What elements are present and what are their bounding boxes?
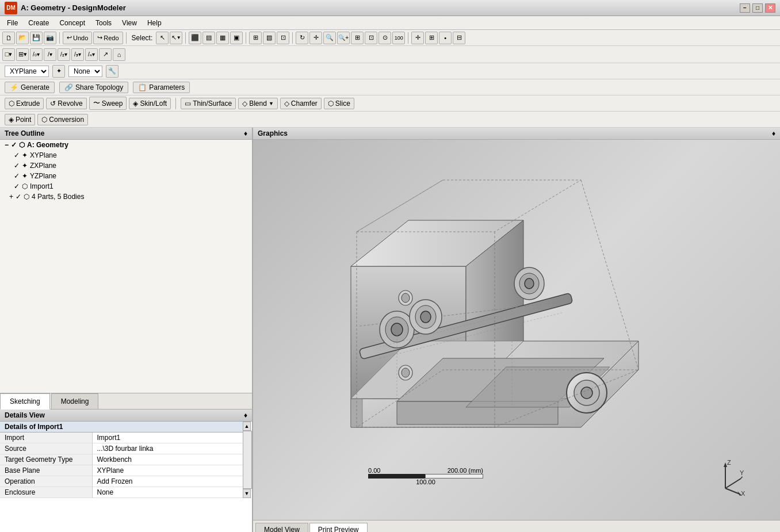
minimize-button[interactable]: − bbox=[740, 3, 750, 13]
open-button[interactable]: 📂 bbox=[16, 32, 29, 44]
section-btn[interactable]: ⊟ bbox=[453, 32, 465, 44]
chamfer-button[interactable]: ◇ Chamfer bbox=[280, 98, 322, 109]
select-mode-2[interactable]: ↖▼ bbox=[170, 32, 182, 44]
skin-loft-button[interactable]: ◈ Skin/Loft bbox=[129, 98, 171, 109]
details-label-enclosure: Enclosure bbox=[0, 487, 92, 498]
tool-3[interactable]: ⊡ bbox=[277, 32, 289, 44]
thin-surface-button[interactable]: ▭ Thin/Surface bbox=[181, 98, 236, 109]
sketch-tool-5[interactable]: /₂▾ bbox=[58, 48, 70, 61]
details-table: Import Import1 Source ...\3D fourbar lin… bbox=[0, 433, 243, 498]
sketch-tool-2[interactable]: ⊞▾ bbox=[16, 48, 29, 61]
menu-help[interactable]: Help bbox=[143, 18, 166, 28]
zoom-out-btn[interactable]: 🔍 bbox=[323, 32, 336, 44]
scale-bar-graphic bbox=[368, 474, 483, 479]
details-label-source: Source bbox=[0, 443, 92, 454]
extrude-button[interactable]: ⬡ Extrude bbox=[5, 98, 44, 109]
select-edge[interactable]: ▤ bbox=[202, 32, 215, 44]
slice-button[interactable]: ⬡ Slice bbox=[324, 98, 354, 109]
apply-btn[interactable]: 🔧 bbox=[106, 65, 118, 78]
tab-modeling[interactable]: Modeling bbox=[51, 393, 99, 409]
generate-icon: ⚡ bbox=[10, 83, 18, 91]
save-button[interactable]: 💾 bbox=[30, 32, 43, 44]
window-title: A: Geometry - DesignModeler bbox=[21, 3, 126, 12]
table-row: Enclosure None bbox=[0, 487, 243, 498]
tree-xyplane[interactable]: ✓ ✦ XYPlane bbox=[0, 150, 252, 160]
tree-parts[interactable]: + ✓ ⬡ 4 Parts, 5 Bodies bbox=[0, 192, 252, 202]
tree-import1[interactable]: ✓ ⬡ Import1 bbox=[0, 181, 252, 192]
sketch-tool-6[interactable]: /₃▾ bbox=[71, 48, 84, 61]
menu-create[interactable]: Create bbox=[24, 18, 53, 28]
select-body[interactable]: ▣ bbox=[230, 32, 243, 44]
model-btn[interactable]: ⊞ bbox=[425, 32, 438, 44]
blend-label: Blend bbox=[249, 99, 267, 108]
graphics-pin-icon[interactable]: ♦ bbox=[772, 129, 775, 137]
scroll-up-btn[interactable]: ▲ bbox=[243, 422, 251, 431]
sketch-tool-8[interactable]: ↗ bbox=[99, 48, 112, 61]
screenshot-button[interactable]: 📷 bbox=[44, 32, 56, 44]
maximize-button[interactable]: □ bbox=[752, 3, 763, 13]
separator-2 bbox=[126, 32, 127, 44]
svg-line-44 bbox=[725, 479, 741, 488]
close-button[interactable]: ✕ bbox=[765, 3, 775, 13]
generate-button[interactable]: ⚡ Generate bbox=[5, 82, 55, 93]
select-mode-1[interactable]: ↖ bbox=[156, 32, 169, 44]
new-button[interactable]: 🗋 bbox=[2, 32, 15, 44]
undo-button[interactable]: ↩ Undo bbox=[63, 32, 92, 44]
zoom-box-btn[interactable]: ⊞ bbox=[351, 32, 364, 44]
share-topology-button[interactable]: 🔗 Share Topology bbox=[59, 82, 128, 93]
tab-model-view[interactable]: Model View bbox=[255, 523, 308, 532]
zxplane-icon: ✦ bbox=[22, 162, 28, 170]
tree-yzplane[interactable]: ✓ ✦ YZPlane bbox=[0, 171, 252, 181]
blend-button[interactable]: ◇ Blend ▼ bbox=[238, 98, 278, 109]
genbar: ⚡ Generate 🔗 Share Topology 📋 Parameters bbox=[0, 79, 780, 95]
select-face[interactable]: ▦ bbox=[216, 32, 229, 44]
select-vertex[interactable]: ⬛ bbox=[189, 32, 201, 44]
parameters-button[interactable]: 📋 Parameters bbox=[133, 82, 190, 93]
tree-zxplane[interactable]: ✓ ✦ ZXPlane bbox=[0, 160, 252, 171]
sweep-button[interactable]: 〜 Sweep bbox=[89, 97, 127, 110]
details-value-target[interactable]: Workbench bbox=[92, 454, 243, 465]
details-value-operation[interactable]: Add Frozen bbox=[92, 476, 243, 487]
tab-sketching[interactable]: Sketching bbox=[0, 393, 50, 409]
conversion-button[interactable]: ⬡ Conversion bbox=[37, 114, 88, 125]
zoom-fit-btn[interactable]: ⊡ bbox=[365, 32, 377, 44]
sketch-tool-7[interactable]: /ₙ▾ bbox=[85, 48, 98, 61]
rotate-btn[interactable]: ↻ bbox=[296, 32, 308, 44]
redo-button[interactable]: ↪ Redo bbox=[93, 32, 123, 44]
zoom-in-btn[interactable]: 🔍+ bbox=[337, 32, 350, 44]
graphics-canvas[interactable]: 0.00 200.00 (mm) 100.00 Z bbox=[253, 140, 780, 520]
sketch-tool-9[interactable]: ⌂ bbox=[113, 48, 125, 61]
sketch-tool-3[interactable]: /₀▾ bbox=[30, 48, 43, 61]
tree-pin-icon[interactable]: ♦ bbox=[244, 129, 247, 137]
details-value-source[interactable]: ...\3D fourbar linka bbox=[92, 443, 243, 454]
zoom-100-btn[interactable]: 100 bbox=[392, 32, 405, 44]
undo-label: Undo bbox=[73, 35, 88, 41]
point-btn[interactable]: • bbox=[439, 32, 452, 44]
cursor-btn[interactable]: ✛ bbox=[411, 32, 424, 44]
revolve-button[interactable]: ↺ Revolve bbox=[46, 98, 86, 109]
details-pin-icon[interactable]: ♦ bbox=[244, 411, 247, 419]
details-label-import: Import bbox=[0, 433, 92, 443]
tab-print-preview[interactable]: Print Preview bbox=[309, 523, 368, 532]
sweep-label: Sweep bbox=[102, 99, 123, 108]
menu-concept[interactable]: Concept bbox=[55, 18, 90, 28]
details-value-baseplane[interactable]: XYPlane bbox=[92, 465, 243, 476]
zoom-select-btn[interactable]: ⊙ bbox=[378, 32, 391, 44]
sketch-tool-4[interactable]: /▾ bbox=[44, 48, 56, 61]
sketch-tool-1[interactable]: □▾ bbox=[2, 48, 15, 61]
details-value-import[interactable]: Import1 bbox=[92, 433, 243, 443]
import1-icon: ⬡ bbox=[22, 182, 28, 190]
details-value-enclosure[interactable]: None bbox=[92, 487, 243, 498]
tree-root-item[interactable]: − ✓ ⬡ A: Geometry bbox=[0, 140, 252, 150]
pan-btn[interactable]: ✛ bbox=[309, 32, 322, 44]
plane-select[interactable]: XYPlane bbox=[5, 66, 49, 77]
operation-select[interactable]: None bbox=[68, 66, 102, 77]
point-button[interactable]: ◈ Point bbox=[5, 114, 35, 125]
scroll-down-btn[interactable]: ▼ bbox=[243, 489, 251, 498]
tool-1[interactable]: ⊞ bbox=[249, 32, 262, 44]
plane-icon[interactable]: ✦ bbox=[52, 65, 65, 78]
menu-tools[interactable]: Tools bbox=[91, 18, 116, 28]
tool-2[interactable]: ▧ bbox=[263, 32, 276, 44]
menu-view[interactable]: View bbox=[117, 18, 142, 28]
menu-file[interactable]: File bbox=[2, 18, 22, 28]
